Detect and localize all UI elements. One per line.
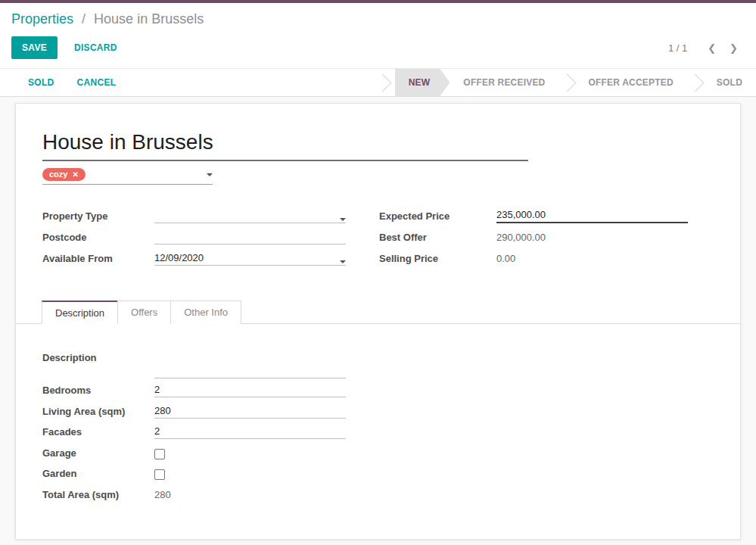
garden-label: Garden (42, 468, 154, 481)
field-bedrooms: Bedrooms 2 (42, 382, 714, 397)
save-button[interactable]: SAVE (11, 36, 58, 59)
field-living-area: Living Area (sqm) 280 (42, 403, 714, 419)
record-title-input[interactable]: House in Brussels (42, 129, 528, 161)
postcode-input[interactable] (154, 229, 346, 244)
status-separator-icon (373, 73, 391, 92)
field-expected-price: Expected Price 235,000.00 (379, 207, 689, 223)
tab-offers[interactable]: Offers (117, 301, 171, 324)
field-facades: Facades 2 (42, 424, 714, 439)
pager-count: 1 / 1 (668, 42, 687, 54)
bedrooms-label: Bedrooms (42, 385, 154, 397)
description-textarea[interactable] (154, 350, 346, 378)
garage-label: Garage (42, 447, 154, 460)
field-column-left: Property Type Postcode Available Fr (42, 207, 347, 271)
notebook-tabs: Description Offers Other Info (16, 301, 740, 324)
field-garden: Garden (42, 466, 714, 481)
field-garage: Garage (42, 445, 714, 460)
statusbar: NEW OFFER RECEIVED OFFER ACCEPTED SOLD (375, 69, 756, 96)
field-grid: Property Type Postcode Available Fr (42, 207, 714, 271)
field-selling-price: Selling Price 0.00 (379, 250, 689, 266)
field-available-from: Available From 12/09/2020 (42, 250, 347, 266)
selling-price-label: Selling Price (379, 253, 496, 266)
tag-cozy[interactable]: cozy ✕ (42, 168, 86, 181)
bedrooms-input[interactable]: 2 (154, 382, 346, 397)
pager: 1 / 1 ❮ ❯ (668, 41, 745, 55)
chevron-down-icon[interactable] (340, 260, 346, 263)
field-column-right: Expected Price 235,000.00 Best Offer 290… (379, 207, 689, 271)
chevron-down-icon[interactable] (340, 218, 346, 221)
status-separator-icon (558, 73, 576, 92)
tab-other-info[interactable]: Other Info (170, 301, 241, 324)
available-from-value: 12/09/2020 (154, 252, 204, 263)
garden-checkbox[interactable] (154, 469, 165, 480)
field-best-offer: Best Offer 290,000.00 (379, 229, 689, 244)
breadcrumb-current: House in Brussels (94, 11, 204, 26)
field-description: Description (42, 350, 714, 378)
field-total-area: Total Area (sqm) 280 (42, 487, 714, 502)
tag-label: cozy (49, 170, 67, 179)
facades-value: 2 (154, 425, 160, 437)
total-area-label: Total Area (sqm) (42, 489, 154, 502)
best-offer-value: 290,000.00 (496, 229, 688, 244)
breadcrumb: Properties / House in Brussels (0, 3, 756, 30)
available-from-datepicker[interactable]: 12/09/2020 (154, 251, 346, 266)
tab-description[interactable]: Description (42, 301, 118, 324)
tags-input[interactable]: cozy ✕ (42, 168, 213, 185)
cancel-button[interactable]: CANCEL (68, 73, 126, 92)
expected-price-input[interactable]: 235,000.00 (496, 208, 688, 223)
status-separator-icon (686, 73, 704, 92)
field-property-type: Property Type (42, 207, 347, 223)
status-new[interactable]: NEW (395, 69, 450, 96)
breadcrumb-properties-link[interactable]: Properties (11, 11, 73, 26)
action-bar: SOLD CANCEL NEW OFFER RECEIVED OFFER ACC… (0, 69, 756, 97)
postcode-label: Postcode (42, 232, 154, 244)
status-offer-accepted[interactable]: OFFER ACCEPTED (575, 69, 687, 96)
tag-remove-icon[interactable]: ✕ (72, 170, 78, 179)
sold-button[interactable]: SOLD (19, 73, 64, 92)
description-tab-content: Description Bedrooms 2 Living Area (sqm)… (16, 324, 740, 502)
total-area-value: 280 (154, 487, 346, 502)
pager-prev-icon[interactable]: ❮ (701, 41, 723, 55)
available-from-label: Available From (42, 253, 154, 266)
expected-price-label: Expected Price (379, 210, 496, 223)
control-panel: SAVE DISCARD 1 / 1 ❮ ❯ (0, 30, 756, 69)
content-area: House in Brussels cozy ✕ Property Type (0, 97, 756, 540)
garage-checkbox[interactable] (154, 449, 165, 459)
expected-price-value: 235,000.00 (496, 209, 546, 220)
description-label: Description (42, 350, 154, 365)
living-area-value: 280 (154, 405, 171, 416)
property-type-label: Property Type (42, 210, 154, 223)
property-type-select[interactable] (154, 208, 346, 223)
form-sheet: House in Brussels cozy ✕ Property Type (15, 103, 741, 540)
breadcrumb-separator: / (82, 11, 86, 26)
action-buttons: SOLD CANCEL (19, 69, 125, 96)
discard-button[interactable]: DISCARD (64, 36, 128, 59)
facades-label: Facades (42, 426, 154, 439)
best-offer-label: Best Offer (379, 232, 496, 244)
living-area-input[interactable]: 280 (154, 403, 346, 419)
pager-next-icon[interactable]: ❯ (723, 41, 745, 55)
bedrooms-value: 2 (154, 384, 160, 395)
chevron-down-icon[interactable] (207, 173, 213, 176)
status-offer-received[interactable]: OFFER RECEIVED (450, 69, 558, 96)
living-area-label: Living Area (sqm) (42, 406, 154, 419)
status-sold[interactable]: SOLD (703, 69, 756, 96)
field-postcode: Postcode (42, 229, 347, 244)
selling-price-value: 0.00 (496, 251, 688, 266)
facades-input[interactable]: 2 (154, 424, 346, 439)
